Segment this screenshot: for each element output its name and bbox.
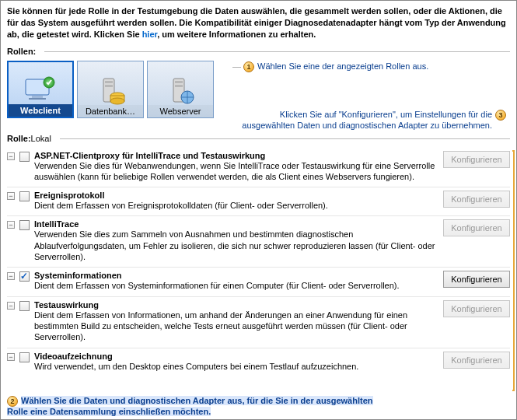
- adapter-desc: Dient dem Erfassen von Ereignisprotokoll…: [34, 200, 435, 211]
- monitor-globe-check-icon: [23, 75, 58, 104]
- configure-button[interactable]: Konfigurieren: [443, 271, 510, 288]
- svg-rect-12: [175, 85, 183, 87]
- role-tile-db[interactable]: Datenbank…: [77, 61, 144, 118]
- svg-rect-2: [29, 98, 46, 100]
- adapter-testimpact: −TestauswirkungDient dem Erfassen von In…: [7, 296, 510, 348]
- svg-point-9: [110, 98, 124, 104]
- roles-heading: Rollen:: [7, 47, 510, 56]
- adapter-checkbox[interactable]: [19, 352, 30, 362]
- bracket-callout-3: [512, 150, 515, 391]
- collapse-toggle[interactable]: −: [7, 353, 15, 361]
- adapter-title: Testauswirkung: [34, 300, 435, 310]
- callout-2-num: 2: [7, 396, 18, 407]
- server-globe-icon: [162, 75, 198, 105]
- roles-heading-label: Rollen:: [7, 47, 36, 56]
- adapter-checkbox[interactable]: [19, 152, 30, 162]
- adapter-sysinfo: −SysteminformationenDient dem Erfassen v…: [7, 267, 510, 296]
- adapter-title: IntelliTrace: [34, 219, 435, 229]
- adapter-desc: Wird verwendet, um den Desktop eines Com…: [34, 361, 435, 372]
- adapter-eventlog: −EreignisprotokollDient dem Erfassen von…: [7, 187, 510, 215]
- adapter-desc: Dient dem Erfassen von Informationen, um…: [34, 310, 435, 343]
- adapter-desc: Dient dem Erfassen von Systeminformation…: [34, 280, 435, 291]
- adapter-list: −ASP.NET-Clientproxy für IntelliTrace un…: [7, 148, 510, 390]
- adapter-desc: Verwenden Sie dies für Webanwendungen, w…: [34, 160, 435, 183]
- server-db-icon: [93, 75, 128, 105]
- configure-button: Konfigurieren: [443, 352, 510, 369]
- adapter-title: Systeminformationen: [34, 271, 435, 280]
- configure-button: Konfigurieren: [443, 191, 510, 208]
- role-sub-heading: Rolle:Lokal: [7, 134, 510, 143]
- adapter-intellitrace: −IntelliTraceVerwenden Sie dies zum Samm…: [7, 215, 510, 267]
- callout-3-num: 3: [495, 110, 506, 121]
- callout-1-num: 1: [243, 61, 254, 72]
- svg-rect-1: [32, 96, 43, 98]
- callout-3: 3 Klicken Sie auf "Konfigurieren", um Ei…: [234, 110, 506, 131]
- adapter-title: Videoaufzeichnung: [34, 352, 435, 361]
- intro-after: , um weitere Informationen zu erhalten.: [157, 30, 316, 39]
- role-sub-value: Lokal: [31, 134, 51, 143]
- configure-button: Konfigurieren: [443, 219, 510, 236]
- collapse-toggle[interactable]: −: [7, 221, 15, 229]
- callout-2: 2Wählen Sie die Daten und diagnostischen…: [7, 396, 396, 416]
- adapter-desc: Verwenden Sie dies zum Sammeln von Ausna…: [34, 229, 435, 262]
- role-tile-webclient[interactable]: Webclient: [7, 61, 74, 118]
- callout-2-text: Wählen Sie die Daten und diagnostischen …: [7, 396, 373, 416]
- svg-rect-6: [105, 85, 113, 87]
- role-caption: Webserver: [148, 105, 213, 117]
- adapter-title: ASP.NET-Clientproxy für IntelliTrace und…: [34, 151, 435, 160]
- collapse-toggle[interactable]: −: [7, 302, 15, 310]
- callout-1-text: Wählen Sie eine der angezeigten Rollen a…: [257, 61, 428, 71]
- collapse-toggle[interactable]: −: [7, 272, 15, 280]
- configure-button: Konfigurieren: [443, 300, 510, 317]
- callout-1: — 1Wählen Sie eine der angezeigten Rolle…: [232, 61, 497, 72]
- role-caption: Datenbank…: [78, 105, 143, 117]
- adapter-title: Ereignisprotokoll: [34, 191, 435, 200]
- adapter-aspnet: −ASP.NET-Clientproxy für IntelliTrace un…: [7, 148, 510, 187]
- settings-panel: Sie können für jede Rolle in der Testumg…: [0, 0, 517, 420]
- adapter-checkbox[interactable]: [19, 191, 30, 201]
- intro-link[interactable]: hier: [142, 30, 158, 39]
- adapter-checkbox[interactable]: [19, 271, 30, 282]
- intro-text: Sie können für jede Rolle in der Testumg…: [7, 5, 510, 40]
- adapter-checkbox[interactable]: [19, 301, 30, 311]
- role-caption: Webclient: [9, 104, 72, 117]
- svg-rect-5: [105, 81, 113, 83]
- adapter-checkbox[interactable]: [19, 220, 30, 230]
- adapter-video: −VideoaufzeichnungWird verwendet, um den…: [7, 348, 510, 376]
- callout-3-text: Klicken Sie auf "Konfigurieren", um Eins…: [242, 110, 492, 130]
- svg-rect-11: [175, 81, 183, 83]
- collapse-toggle[interactable]: −: [7, 192, 15, 200]
- role-sub-label: Rolle:: [7, 134, 31, 143]
- configure-button: Konfigurieren: [443, 151, 510, 168]
- collapse-toggle[interactable]: −: [7, 152, 15, 160]
- role-tile-webserver[interactable]: Webserver: [147, 61, 214, 118]
